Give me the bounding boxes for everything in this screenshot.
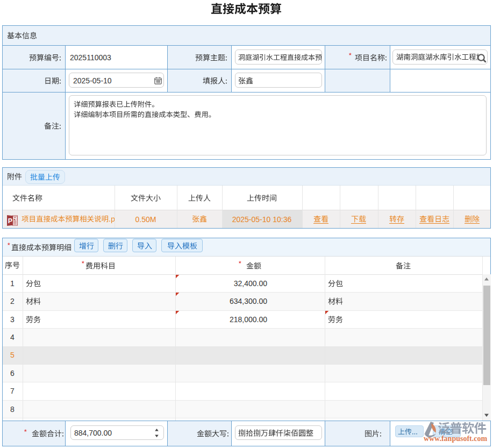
svg-text:P: P [8,217,12,225]
